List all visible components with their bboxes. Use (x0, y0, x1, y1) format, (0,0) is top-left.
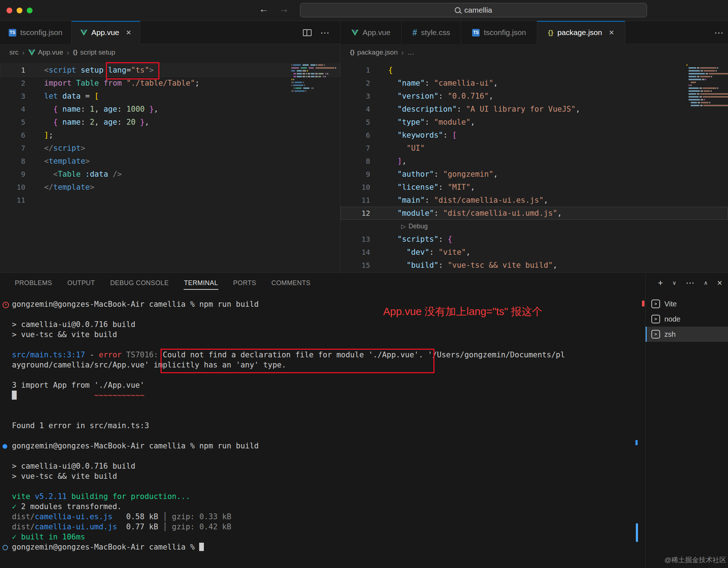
more-actions-icon[interactable]: ⋯ (714, 27, 724, 38)
code-line[interactable]: 10 "license": "MIT", (341, 181, 728, 194)
code-line[interactable]: 7 "UI" (341, 142, 728, 155)
code-line[interactable]: 4 { name: 1, age: 1000 }, (0, 103, 340, 116)
maximize-panel-icon[interactable]: ∧ (704, 280, 708, 286)
code-line[interactable]: 8<template> (0, 155, 340, 168)
panel-tab-comments[interactable]: COMMENTS (264, 273, 318, 293)
more-actions-icon[interactable]: ⋯ (320, 27, 330, 38)
terminal-instance-zsh[interactable]: >zsh (646, 327, 728, 342)
terminal-sidebar-divider[interactable] (645, 273, 646, 568)
code-line[interactable]: 10</template> (0, 181, 340, 194)
panel-tab-terminal[interactable]: TERMINAL (176, 273, 226, 293)
panel-more-actions[interactable]: ⋯ (686, 278, 694, 288)
panel-tab-ports[interactable]: PORTS (226, 273, 264, 293)
close-icon[interactable]: × (609, 27, 614, 38)
minimap-mark (699, 96, 702, 98)
breadcrumb-item-src[interactable]: src (9, 48, 18, 56)
panel-tab-output[interactable]: OUTPUT (60, 273, 102, 293)
code-line[interactable]: 3 "version": "0.0.716", (341, 90, 728, 103)
code-line[interactable]: 8 ], (341, 155, 728, 168)
code-line[interactable]: 1{ (341, 64, 728, 77)
code-line[interactable]: 15 "build": "vue-tsc && vite build", (341, 259, 728, 272)
tab-app-vue[interactable]: App.vue× (72, 21, 140, 44)
tab-tsconfig-json[interactable]: TStsconfig.json (0, 21, 72, 44)
token: , (466, 248, 471, 257)
minimap-mark (295, 87, 301, 89)
terminal-line: ✓ 2 modules transformed. (0, 502, 639, 512)
code-line[interactable]: 2 "name": "camellia-ui", (341, 77, 728, 90)
code-line[interactable]: 6 "keywords": [ (341, 129, 728, 142)
breadcrumb-item-app-vue[interactable]: App.vue (28, 48, 63, 56)
token: = (81, 92, 94, 100)
code-line[interactable]: 7</script> (0, 142, 340, 155)
titlebar: ← → camellia (0, 0, 728, 21)
minimap-mark (689, 93, 696, 95)
code-line[interactable]: 6]; (0, 129, 340, 142)
token: "license" (397, 183, 438, 192)
code-line[interactable]: 12 "module": "dist/camellia-ui.umd.js", (341, 207, 728, 220)
codelens-debug[interactable]: Debug (408, 223, 428, 230)
minimap-mark (700, 67, 716, 69)
editor-group-divider[interactable] (340, 21, 341, 273)
editor-package-json[interactable]: 1{2 "name": "camellia-ui",3 "version": "… (341, 61, 728, 273)
new-terminal-icon[interactable]: + (658, 278, 663, 288)
minimap[interactable] (291, 64, 314, 96)
tab-tsconfig-json[interactable]: TStsconfig.json (461, 21, 537, 44)
close-icon[interactable]: × (126, 27, 131, 38)
code-line[interactable]: 5 { name: 2, age: 20 }, (0, 116, 340, 129)
token: { (53, 118, 62, 126)
token: "dev" (407, 248, 429, 257)
terminal-profile-dropdown[interactable]: ∨ (672, 280, 676, 286)
minimap-line (686, 105, 720, 108)
breadcrumb-item-[interactable]: … (407, 48, 414, 56)
command-status-success-icon[interactable] (3, 444, 7, 449)
terminal-instance-vite[interactable]: >Vite (646, 296, 728, 311)
terminal-text: █ (12, 391, 17, 400)
code-line[interactable]: 5 "type": "module", (341, 116, 728, 129)
line-number: 4 (0, 105, 25, 113)
terminal-instance-node[interactable]: >node (646, 311, 728, 327)
terminal-line (0, 482, 639, 492)
code-line[interactable]: 14 "dev": "vite", (341, 246, 728, 259)
tab-app-vue[interactable]: App.vue (341, 21, 402, 44)
terminal-line: > camellia-ui@0.0.716 build (0, 320, 639, 330)
close-panel-icon[interactable]: × (717, 278, 722, 288)
code-line[interactable]: 9 "author": "gongzemin", (341, 168, 728, 181)
minimap-mark (291, 79, 292, 80)
code-line[interactable]: 4 "description": "A UI library for VueJS… (341, 103, 728, 116)
command-center-search[interactable]: camellia (300, 3, 647, 17)
minimize-window-button[interactable] (17, 8, 22, 13)
split-editor-icon[interactable] (303, 29, 312, 36)
close-window-button[interactable] (7, 8, 12, 13)
minimap-mark (315, 73, 318, 74)
minimap-mark (697, 67, 699, 69)
forward-icon[interactable]: → (279, 4, 289, 15)
editor-app-vue[interactable]: 1<script setup lang="ts">2import Table f… (0, 61, 340, 273)
code-line[interactable]: 13 "scripts": { (341, 233, 728, 246)
zoom-window-button[interactable] (27, 8, 33, 13)
code-line[interactable]: 2import Table from "./table/Table"; (0, 77, 340, 90)
token: < (44, 157, 49, 165)
code-line[interactable]: 11 (0, 194, 340, 207)
command-status-error-icon[interactable]: × (3, 302, 9, 308)
code-line[interactable]: 9 <Table :data /> (0, 168, 340, 181)
tab-style-css[interactable]: #style.css (402, 21, 461, 44)
line-number: 9 (341, 170, 370, 178)
code-line[interactable]: 3let data = [ (0, 90, 340, 103)
tab-package-json[interactable]: {}package.json× (537, 21, 625, 44)
token: , (402, 157, 407, 165)
minimap-mark (315, 76, 318, 77)
token: template (53, 183, 90, 192)
panel-tab-debug-console[interactable]: DEBUG CONSOLE (103, 273, 176, 293)
terminal-output[interactable]: ×gongzemin@gongzes-MacBook-Air camellia … (0, 293, 639, 553)
code-line[interactable]: 11 "main": "dist/camellia-ui.es.js", (341, 194, 728, 207)
line-number: 1 (341, 66, 370, 74)
panel-tab-problems[interactable]: PROBLEMS (7, 273, 60, 293)
command-status-pending-icon[interactable] (3, 545, 8, 550)
breadcrumb-item-package-json[interactable]: {}package.json (350, 48, 398, 56)
terminal-scrollbar[interactable] (636, 523, 638, 542)
minimap[interactable] (686, 64, 720, 108)
breadcrumb-item-script-setup[interactable]: {}script setup (73, 48, 115, 56)
code-line[interactable]: 1<script setup lang="ts"> (0, 64, 340, 77)
line-number: 10 (341, 183, 370, 192)
back-icon[interactable]: ← (259, 4, 269, 15)
